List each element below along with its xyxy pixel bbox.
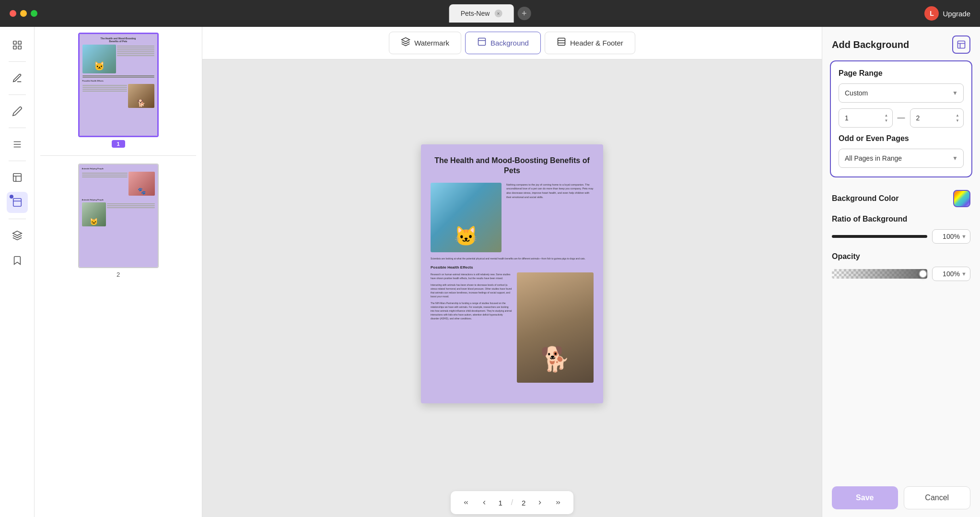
divider xyxy=(9,61,26,62)
opacity-row: 100% 75% 50% 25% ▼ xyxy=(832,267,970,281)
thumbnail-frame-2[interactable]: Animals Helping People 🐾 Animals Helping… xyxy=(78,164,159,268)
page-separator: / xyxy=(511,498,513,507)
page-range-select-wrapper: Custom All Pages First Page Last Page ▼ xyxy=(839,83,964,103)
sidebar-item-layers[interactable] xyxy=(7,225,28,246)
header-footer-button[interactable]: Header & Footer xyxy=(545,32,635,54)
section-title: Possible Health Effects xyxy=(431,265,594,270)
range-end-wrapper: ▲ ▼ xyxy=(910,108,964,128)
panel-buttons: Save Cancel xyxy=(822,479,980,517)
page-range-panel: Page Range Custom All Pages First Page L… xyxy=(830,60,972,177)
range-end-up[interactable]: ▲ xyxy=(954,113,961,118)
page-range-label: Page Range xyxy=(839,69,964,78)
thumbnail-panel: The Health and Mood-BoostingBenefits of … xyxy=(35,27,202,517)
sidebar-item-pages[interactable] xyxy=(7,35,28,56)
main-area: The Health and Mood-BoostingBenefits of … xyxy=(0,27,980,517)
sidebar-item-bookmark[interactable] xyxy=(7,250,28,271)
section-text: Research on human-animal interactions is… xyxy=(431,272,512,383)
svg-rect-4 xyxy=(13,174,21,182)
tab-bar: Pets-New × + xyxy=(449,4,531,23)
first-page-button[interactable] xyxy=(458,495,474,510)
new-tab-button[interactable]: + xyxy=(517,7,531,20)
document-wrapper: The Health and Mood-Boosting Benefits of… xyxy=(202,59,822,488)
cat-image xyxy=(431,183,502,252)
prev-page-button[interactable] xyxy=(477,495,492,510)
cancel-button[interactable]: Cancel xyxy=(904,486,971,509)
sidebar-item-annotate[interactable] xyxy=(7,101,28,122)
odd-even-label: Odd or Even Pages xyxy=(839,134,964,143)
opacity-value-select[interactable]: 100% 75% 50% 25% xyxy=(932,267,970,281)
sidebar-item-organize[interactable] xyxy=(7,134,28,155)
dogs-image xyxy=(517,272,594,383)
document-title: The Health and Mood-Boosting Benefits of… xyxy=(431,156,594,176)
watermark-button[interactable]: Watermark xyxy=(389,32,461,54)
tab-close-button[interactable]: × xyxy=(494,10,502,17)
color-swatch[interactable] xyxy=(953,190,970,207)
svg-rect-5 xyxy=(13,199,21,207)
svg-rect-1 xyxy=(18,41,21,44)
thumbnail-1[interactable]: The Health and Mood-BoostingBenefits of … xyxy=(40,33,196,148)
nav-bar: 1 / 2 xyxy=(451,491,573,514)
tab-title: Pets-New xyxy=(461,10,490,17)
thumbnail-frame-1[interactable]: The Health and Mood-BoostingBenefits of … xyxy=(78,33,159,137)
bg-color-label: Background Color xyxy=(832,194,899,203)
document-tab[interactable]: Pets-New × xyxy=(449,4,514,23)
divider5 xyxy=(9,219,26,219)
header-footer-label: Header & Footer xyxy=(570,39,623,47)
ratio-section: Ratio of Background 100% 75% 50% 25% ▼ xyxy=(822,213,980,250)
watermark-label: Watermark xyxy=(414,39,449,47)
range-end-down[interactable]: ▼ xyxy=(954,118,961,123)
range-end-arrows: ▲ ▼ xyxy=(954,113,961,123)
close-button[interactable] xyxy=(10,10,16,17)
svg-rect-0 xyxy=(13,41,16,44)
svg-rect-7 xyxy=(558,38,565,46)
page-badge-1: 1 xyxy=(112,140,125,148)
last-page-button[interactable] xyxy=(550,495,566,510)
document-row2: Research on human-animal interactions is… xyxy=(431,272,594,383)
odd-even-select-wrapper: All Pages in Range Odd Pages Only Even P… xyxy=(839,149,964,168)
background-button[interactable]: Background xyxy=(465,32,541,54)
opacity-slider[interactable] xyxy=(832,269,927,279)
thumbnail-2[interactable]: Animals Helping People 🐾 Animals Helping… xyxy=(40,164,196,278)
background-icon xyxy=(477,37,487,49)
opacity-value-wrapper: 100% 75% 50% 25% ▼ xyxy=(932,267,970,281)
user-avatar: L xyxy=(924,6,939,21)
right-panel: Add Background Page Range Custom All Pag… xyxy=(822,27,980,517)
document-caption: Scientists are looking at what the poten… xyxy=(431,257,594,261)
next-page-button[interactable] xyxy=(532,495,548,510)
odd-even-select[interactable]: All Pages in Range Odd Pages Only Even P… xyxy=(839,149,964,168)
svg-rect-3 xyxy=(18,46,21,49)
range-start-arrows: ▲ ▼ xyxy=(883,113,890,123)
range-start-down[interactable]: ▼ xyxy=(883,118,890,123)
panel-icon-button[interactable] xyxy=(952,35,970,54)
maximize-button[interactable] xyxy=(31,10,37,17)
panel-header: Add Background xyxy=(822,27,980,60)
page-range-select[interactable]: Custom All Pages First Page Last Page xyxy=(839,83,964,103)
sidebar-item-convert[interactable] xyxy=(7,167,28,188)
total-pages: 2 xyxy=(518,499,529,507)
svg-rect-2 xyxy=(13,46,16,49)
range-dash: — xyxy=(898,114,905,122)
watermark-icon xyxy=(401,37,410,49)
sidebar-icons xyxy=(0,27,35,517)
traffic-lights xyxy=(10,10,37,17)
header-footer-icon xyxy=(557,37,566,49)
range-start-up[interactable]: ▲ xyxy=(883,113,890,118)
minimize-button[interactable] xyxy=(20,10,27,17)
main-toolbar: Watermark Background Hea xyxy=(202,27,822,59)
ratio-slider-fill xyxy=(832,235,927,238)
sidebar-item-edit[interactable] xyxy=(7,68,28,89)
ratio-slider-track[interactable] xyxy=(832,235,927,238)
ratio-label: Ratio of Background xyxy=(832,215,970,223)
ratio-value-select[interactable]: 100% 75% 50% 25% xyxy=(932,229,970,244)
opacity-section: Opacity 100% 75% 50% 25% ▼ xyxy=(822,250,980,291)
current-page[interactable]: 1 xyxy=(495,499,506,507)
opacity-thumb xyxy=(919,270,927,278)
odd-even-section: Odd or Even Pages All Pages in Range Odd… xyxy=(839,134,964,168)
panel-title: Add Background xyxy=(832,39,909,50)
document-content-row: Nothing compares to the joy of coming ho… xyxy=(431,183,594,252)
save-button[interactable]: Save xyxy=(832,486,898,509)
divider2 xyxy=(9,94,26,95)
upgrade-button[interactable]: L Upgrade xyxy=(924,6,970,21)
document-page: The Health and Mood-Boosting Benefits of… xyxy=(421,144,603,403)
sidebar-item-background[interactable] xyxy=(7,192,28,213)
